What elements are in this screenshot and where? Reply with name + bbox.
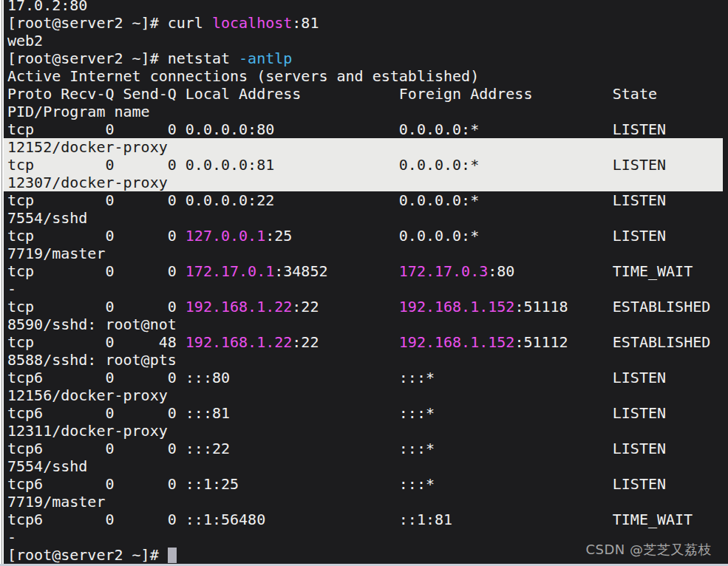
terminal-text-magenta: localhost <box>212 14 292 32</box>
terminal-text: tcp6 0 0 ::1:56480 ::1:81 TIME_WAIT <box>7 511 693 528</box>
terminal-text-magenta: 192.168.1.22 <box>186 298 293 316</box>
netstat-pid-line: 8588/sshd: root@pts <box>4 351 723 369</box>
netstat-banner: Active Internet connections (servers and… <box>4 67 723 85</box>
terminal-text: :51118 ESTABLISHED <box>514 298 710 316</box>
terminal-text: 12311/docker-proxy <box>7 422 168 440</box>
netstat-pid-line: 12152/docker-proxy <box>4 138 723 156</box>
terminal-text: [root@server2 ~]# curl <box>7 14 212 32</box>
terminal-text: 7719/master <box>7 245 105 262</box>
netstat-pid-line: 8590/sshd: root@not <box>4 316 723 333</box>
netstat-row: tcp6 0 0 :::81 :::* LISTEN <box>4 404 723 422</box>
terminal-text: 12152/docker-proxy <box>7 138 168 156</box>
terminal-text: 7554/sshd <box>7 209 87 227</box>
netstat-header-wrap: PID/Program name <box>4 103 723 120</box>
terminal-text: 12307/docker-proxy <box>7 174 168 191</box>
terminal-text: 7719/master <box>7 493 105 511</box>
window-left-edge <box>0 0 4 566</box>
terminal-text: 17.0.2:80 <box>7 0 87 14</box>
netstat-row: tcp6 0 0 ::1:25 :::* LISTEN <box>4 475 723 493</box>
netstat-row: tcp6 0 0 ::1:56480 ::1:81 TIME_WAIT <box>4 511 723 528</box>
terminal-text: 12156/docker-proxy <box>7 386 168 404</box>
netstat-row: tcp 0 48 192.168.1.22:22 192.168.1.152:5… <box>4 333 723 351</box>
curl-output: web2 <box>4 32 723 50</box>
terminal-text: tcp 0 48 <box>7 333 186 351</box>
terminal-text: :25 0.0.0.0:* LISTEN <box>265 227 666 245</box>
terminal-text: :22 <box>292 298 399 316</box>
terminal-text: :81 <box>292 14 319 32</box>
netstat-pid-line: 7554/sshd <box>4 457 723 475</box>
netstat-row: tcp 0 0 127.0.0.1:25 0.0.0.0:* LISTEN <box>4 227 723 245</box>
netstat-pid-line: 7719/master <box>4 245 723 262</box>
terminal-text: tcp 0 0 <box>7 262 186 280</box>
terminal-text: 7554/sshd <box>7 457 87 475</box>
terminal-cursor <box>168 548 177 563</box>
terminal-text-magenta: 172.17.0.1 <box>186 262 274 280</box>
netstat-row: tcp 0 0 0.0.0.0:22 0.0.0.0:* LISTEN <box>4 191 723 209</box>
terminal-screen[interactable]: 17.0.2:80[root@server2 ~]# curl localhos… <box>4 0 723 564</box>
terminal-text-cyan: -antlp <box>239 50 292 67</box>
netstat-pid-line: 12307/docker-proxy <box>4 174 723 191</box>
clipped-output-line: 17.0.2:80 <box>4 0 723 14</box>
terminal-text: [root@server2 ~]# <box>7 546 168 564</box>
terminal-text: tcp6 0 0 :::81 :::* LISTEN <box>7 404 666 422</box>
netstat-row: tcp 0 0 192.168.1.22:22 192.168.1.152:51… <box>4 298 723 316</box>
terminal-text: :80 TIME_WAIT <box>488 262 693 280</box>
terminal-text: tcp 0 0 <box>7 298 186 316</box>
terminal-text: 8590/sshd: root@not <box>7 316 177 333</box>
terminal-text: tcp 0 0 <box>7 227 186 245</box>
terminal-text: 8588/sshd: root@pts <box>7 351 177 369</box>
netstat-pid-line: 12156/docker-proxy <box>4 386 723 404</box>
terminal-text: tcp6 0 0 ::1:25 :::* LISTEN <box>7 475 666 493</box>
terminal-text: Proto Recv-Q Send-Q Local Address Foreig… <box>7 85 657 103</box>
terminal-text-magenta: 192.168.1.152 <box>399 298 515 316</box>
netstat-pid-line: 7554/sshd <box>4 209 723 227</box>
terminal-text: tcp 0 0 0.0.0.0:22 0.0.0.0:* LISTEN <box>7 191 666 209</box>
terminal-text: PID/Program name <box>7 103 150 120</box>
terminal-text-magenta: 172.17.0.3 <box>399 262 488 280</box>
terminal-text-magenta: 192.168.1.22 <box>186 333 293 351</box>
terminal-text: tcp6 0 0 :::80 :::* LISTEN <box>7 369 666 386</box>
terminal-text: tcp6 0 0 :::22 :::* LISTEN <box>7 440 666 457</box>
terminal-text: - <box>7 528 16 546</box>
csdn-watermark: CSDN @芝芝又荔枝 <box>585 541 712 559</box>
terminal-text: :34852 <box>274 262 399 280</box>
netstat-pid-line: - <box>4 280 723 298</box>
netstat-pid-line: 7719/master <box>4 493 723 511</box>
terminal-text: Active Internet connections (servers and… <box>7 67 479 85</box>
netstat-row: tcp6 0 0 :::80 :::* LISTEN <box>4 369 723 386</box>
netstat-header: Proto Recv-Q Send-Q Local Address Foreig… <box>4 85 723 103</box>
prompt-curl-command: [root@server2 ~]# curl localhost:81 <box>4 14 723 32</box>
netstat-pid-line: 12311/docker-proxy <box>4 422 723 440</box>
netstat-row: tcp 0 0 172.17.0.1:34852 172.17.0.3:80 T… <box>4 262 723 280</box>
terminal-text: - <box>7 280 16 298</box>
terminal-text: tcp 0 0 0.0.0.0:81 0.0.0.0:* LISTEN <box>7 156 666 174</box>
terminal-text: :51112 ESTABLISHED <box>514 333 710 351</box>
terminal-text: web2 <box>7 32 43 50</box>
netstat-row: tcp6 0 0 :::22 :::* LISTEN <box>4 440 723 457</box>
prompt-netstat-command: [root@server2 ~]# netstat -antlp <box>4 50 723 67</box>
netstat-row: tcp 0 0 0.0.0.0:80 0.0.0.0:* LISTEN <box>4 120 723 138</box>
netstat-row: tcp 0 0 0.0.0.0:81 0.0.0.0:* LISTEN <box>4 156 723 174</box>
terminal-text: tcp 0 0 0.0.0.0:80 0.0.0.0:* LISTEN <box>7 120 666 138</box>
terminal-text-magenta: 127.0.0.1 <box>186 227 265 245</box>
terminal-text: [root@server2 ~]# netstat <box>7 50 239 67</box>
terminal-text: :22 <box>292 333 399 351</box>
terminal-text-magenta: 192.168.1.152 <box>399 333 515 351</box>
